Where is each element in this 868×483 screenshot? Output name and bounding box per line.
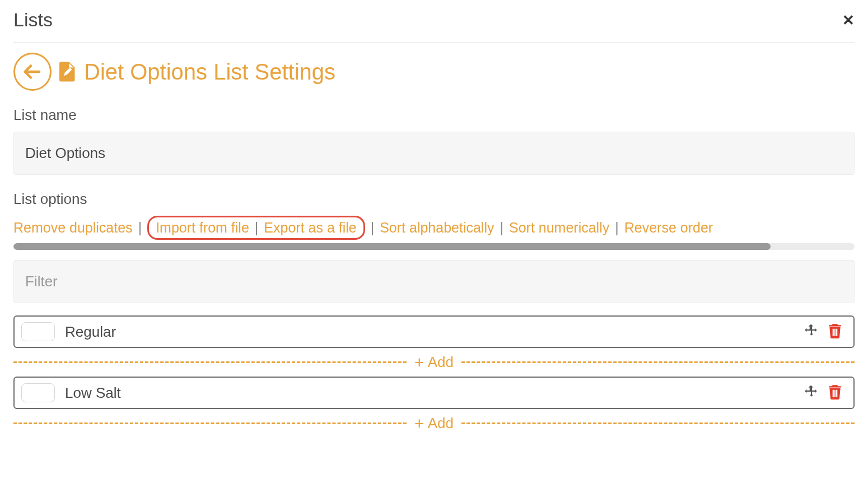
- list-options-label: List options: [13, 191, 855, 208]
- back-button[interactable]: [13, 53, 52, 91]
- move-icon[interactable]: [804, 323, 819, 340]
- reverse-order-link[interactable]: Reverse order: [624, 220, 713, 236]
- dashed-line: [461, 361, 855, 363]
- progress-bar-track: [13, 243, 855, 250]
- separator: |: [255, 220, 259, 236]
- add-item-button[interactable]: + Add: [13, 415, 855, 432]
- sort-numerically-link[interactable]: Sort numerically: [509, 220, 609, 236]
- list-item: Regular: [13, 315, 855, 348]
- import-from-file-link[interactable]: Import from file: [156, 220, 249, 236]
- add-label: Add: [428, 415, 454, 432]
- remove-duplicates-link[interactable]: Remove duplicates: [13, 220, 133, 236]
- list-options-actions: Remove duplicates | Import from file | E…: [13, 216, 855, 240]
- plus-icon: +: [414, 415, 424, 432]
- separator: |: [500, 220, 503, 236]
- color-swatch[interactable]: [21, 322, 55, 341]
- separator: |: [138, 220, 142, 236]
- export-as-file-link[interactable]: Export as a file: [264, 220, 356, 236]
- list-name-label: List name: [13, 106, 855, 124]
- separator: |: [615, 220, 619, 236]
- separator: |: [371, 220, 375, 236]
- trash-icon[interactable]: [828, 323, 842, 341]
- sort-alphabetically-link[interactable]: Sort alphabetically: [380, 220, 494, 236]
- list-item-actions: [804, 384, 842, 402]
- top-bar: Lists ✕: [13, 9, 855, 43]
- list-name-input[interactable]: [13, 132, 855, 175]
- close-icon[interactable]: ✕: [842, 13, 855, 27]
- dashed-line: [461, 422, 855, 424]
- list-item-label: Regular: [65, 323, 794, 341]
- trash-icon[interactable]: [828, 384, 842, 402]
- modal-title: Lists: [13, 9, 53, 31]
- filter-input[interactable]: [13, 260, 855, 303]
- heading-row: Diet Options List Settings: [13, 53, 855, 91]
- add-label: Add: [428, 354, 454, 371]
- color-swatch[interactable]: [21, 383, 55, 402]
- move-icon[interactable]: [804, 384, 819, 401]
- page-title: Diet Options List Settings: [84, 59, 335, 85]
- plus-icon: +: [414, 354, 424, 371]
- list-item-label: Low Salt: [65, 384, 794, 402]
- file-edit-icon: [59, 62, 76, 82]
- dashed-line: [13, 422, 407, 424]
- arrow-left-icon: [22, 62, 43, 82]
- progress-bar-fill: [13, 243, 771, 250]
- import-export-highlight: Import from file | Export as a file: [147, 216, 365, 240]
- add-item-button[interactable]: + Add: [13, 354, 855, 371]
- list-item: Low Salt: [13, 377, 855, 409]
- list-item-actions: [804, 323, 842, 341]
- dashed-line: [13, 361, 407, 363]
